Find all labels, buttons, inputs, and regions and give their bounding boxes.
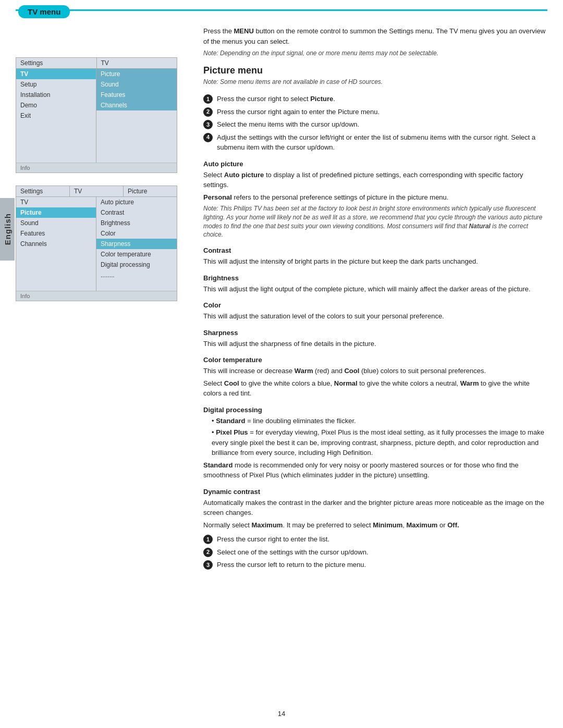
step-4: 4 Adjust the settings with the cursor le… [203, 132, 547, 153]
brightness-text: This will adjust the light output of the… [203, 284, 547, 294]
menu1-left-empty2 [16, 131, 96, 142]
menu2-right-colortemp[interactable]: Color temperature [96, 249, 177, 260]
dp-text: Standard mode is recommended only for ve… [203, 460, 547, 480]
menu1-left-demo[interactable]: Demo [16, 100, 96, 110]
top-bar [16, 9, 547, 11]
color-text: This will adjust the saturation level of… [203, 311, 547, 322]
language-label: English [3, 213, 12, 245]
dc-step-1: 1 Press the cursor right to enter the li… [203, 534, 547, 545]
sharpness-heading: Sharpness [203, 329, 547, 337]
auto-picture-text1: Select Auto picture to display a list of… [203, 170, 547, 190]
dc-step-3-text: Press the cursor left to return to the p… [217, 560, 366, 570]
menu2-left-channels[interactable]: Channels [16, 239, 96, 249]
dynamic-contrast-heading: Dynamic contrast [203, 488, 547, 496]
menu2-right-contrast[interactable]: Contrast [96, 207, 177, 218]
dp-bullet-1: Standard = line doubling eliminates the … [212, 416, 547, 426]
menu1-right-empty3 [96, 131, 177, 142]
dynamic-contrast-text1: Automatically makes the contrast in the … [203, 498, 547, 518]
menu2-right-digitalproc[interactable]: Digital processing [96, 260, 177, 270]
menu1-right-empty2 [96, 121, 177, 131]
tv-menu-label: TV menu [18, 5, 70, 18]
color-heading: Color [203, 301, 547, 309]
auto-picture-note: Note: This Philips TV has been set at th… [203, 204, 547, 239]
menu1-right-sound[interactable]: Sound [96, 79, 177, 90]
menu1-right-features[interactable]: Features [96, 90, 177, 100]
contrast-heading: Contrast [203, 246, 547, 254]
menu1-left-exit[interactable]: Exit [16, 110, 96, 121]
intro-paragraph: Press the MENU button on the remote cont… [203, 26, 547, 46]
menu2-left-empty4 [16, 280, 96, 291]
standard-bold-2: Standard [203, 461, 232, 469]
dc-step-num-3: 3 [203, 560, 213, 570]
menu2-info: Info [16, 291, 177, 301]
menu2-left-empty1 [16, 249, 96, 260]
warm-bold-1: Warm [295, 367, 313, 375]
menu1-left-empty4 [16, 152, 96, 163]
menu2-left-picture[interactable]: Picture [16, 207, 96, 218]
step-num-2: 2 [203, 107, 213, 117]
pixelplus-bold: Pixel Plus [216, 428, 248, 436]
dc-step-2: 2 Select one of the settings with the cu… [203, 547, 547, 558]
menu1-left-setup[interactable]: Setup [16, 79, 96, 90]
menu1-left-installation[interactable]: Installation [16, 90, 96, 100]
brightness-heading: Brightness [203, 274, 547, 282]
menu2-left-sound[interactable]: Sound [16, 218, 96, 228]
step1-bold: Picture [310, 95, 333, 103]
digital-processing-heading: Digital processing [203, 406, 547, 414]
menu-table-2: Settings TV Picture TV Picture Sound Fea… [16, 186, 177, 301]
menu2-right-color[interactable]: Color [96, 228, 177, 239]
menu-table-1: Settings TV TV Setup Installation Demo E… [16, 57, 177, 173]
menu2-right-brightness[interactable]: Brightness [96, 218, 177, 228]
sharpness-text: This will adjust the sharpness of fine d… [203, 339, 547, 349]
menu2-right-autopicture[interactable]: Auto picture [96, 197, 177, 207]
menu1-left-tv[interactable]: TV [16, 69, 96, 79]
cool-bold-1: Cool [344, 367, 359, 375]
menu1-right-channels[interactable]: Channels [96, 100, 177, 110]
contrast-text: This will adjust the intensity of bright… [203, 256, 547, 267]
menu2-right-empty1 [96, 280, 177, 291]
menu1-left-empty1 [16, 121, 96, 131]
step-3: 3 Select the menu items with the cursor … [203, 119, 547, 130]
menu1-left-empty3 [16, 142, 96, 152]
auto-picture-heading: Auto picture [203, 160, 547, 168]
picture-menu-note: Note: Some menu items are not available … [203, 78, 547, 85]
warm-bold-2: Warm [460, 379, 479, 387]
step-4-text: Adjust the settings with the cursor left… [217, 132, 547, 153]
dc-step-num-2: 2 [203, 548, 213, 557]
left-column: Settings TV TV Setup Installation Demo E… [16, 31, 193, 314]
color-temp-text1: This will increase or decrease Warm (red… [203, 366, 547, 376]
menu1-col1-header: Settings [16, 58, 97, 68]
menu1-info: Info [16, 163, 177, 172]
dc-step-1-text: Press the cursor right to enter the list… [217, 534, 329, 545]
menu2-left-tv[interactable]: TV [16, 197, 96, 207]
auto-picture-text2: Personal refers to the personal preferen… [203, 192, 547, 203]
dynamic-contrast-text2: Normally select Maximum. It may be prefe… [203, 520, 547, 530]
menu2-left-empty3 [16, 270, 96, 280]
menu2-col1-header: Settings [16, 186, 70, 196]
cool-bold-2: Cool [224, 379, 239, 387]
menu1-col2-header: TV [97, 58, 177, 68]
menu2-right-sharpness[interactable]: Sharpness [96, 239, 177, 249]
step-list: 1 Press the cursor right to select Pictu… [203, 94, 547, 153]
menu1-right-picture[interactable]: Picture [96, 69, 177, 79]
minimum-bold: Minimum [373, 521, 402, 529]
step-1: 1 Press the cursor right to select Pictu… [203, 94, 547, 104]
right-column: Press the MENU button on the remote cont… [203, 26, 547, 574]
picture-menu-title: Picture menu [203, 65, 547, 76]
off-bold: Off. [447, 521, 459, 529]
step-num-3: 3 [203, 120, 213, 129]
language-tab: English [0, 198, 15, 261]
dc-step-3: 3 Press the cursor left to return to the… [203, 560, 547, 570]
step-3-text: Select the menu items with the cursor up… [217, 119, 359, 130]
dp-bullet-2: Pixel Plus = for everyday viewing, Pixel… [212, 427, 547, 458]
step-num-4: 4 [203, 133, 213, 142]
dc-step-num-1: 1 [203, 535, 213, 544]
menu-bold: MENU [234, 27, 254, 35]
menu2-col2-header: TV [70, 186, 124, 196]
normal-bold: Normal [334, 379, 358, 387]
menu2-right-dots: ........ [96, 270, 177, 280]
menu2-left-features[interactable]: Features [16, 228, 96, 239]
menu2-col3-header: Picture [124, 186, 177, 196]
page-number: 14 [278, 710, 285, 718]
menu1-right-empty1 [96, 110, 177, 121]
